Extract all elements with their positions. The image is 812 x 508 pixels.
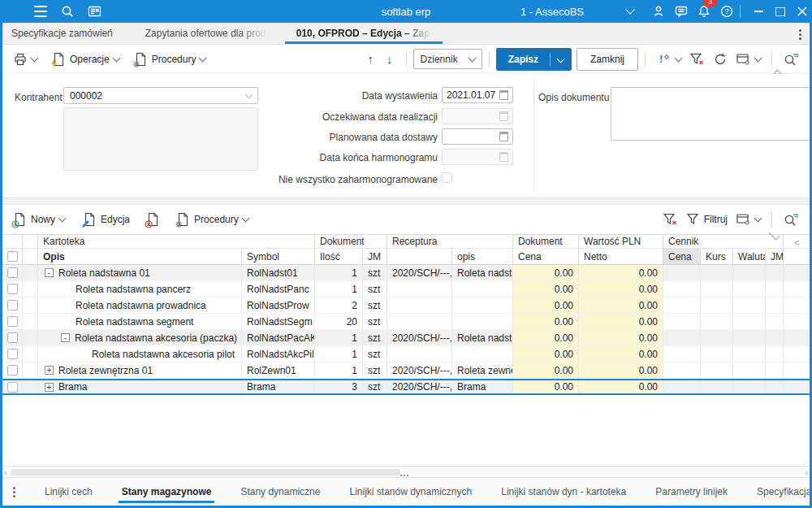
col-symbol[interactable]: Symbol [242,249,315,264]
scroll-left-arrow[interactable]: ‹ [4,467,7,477]
scroll-right-arrow[interactable]: › [805,467,808,477]
tab-linijki-stanow-dynamicznych[interactable]: Linijki stanów dynamicznych [335,478,486,506]
col-opis[interactable]: Opis [38,249,242,264]
bell-icon[interactable]: 3 [695,0,713,23]
tab-linijki-stanow-dyn-kartoteka[interactable]: Linijki stanów dyn - kartoteka [486,478,641,506]
kontrahent-combo[interactable]: 000002 [63,87,258,104]
tab-parametry-linijek[interactable]: Parametry linijek [641,478,742,506]
row-checkbox[interactable] [7,365,18,376]
clear-filter-button[interactable] [685,50,709,69]
table-row[interactable]: Roleta nadstawna akcesoria pilot RolNads… [2,346,810,363]
help-icon[interactable]: ? [718,0,736,23]
col-receptura-opis[interactable]: opis [452,249,513,264]
row-checkbox[interactable] [7,316,18,327]
context-selector[interactable]: 1 - AssecoBS [512,0,593,23]
grid-clear-filter-button[interactable] [659,210,682,229]
dziennik-select[interactable]: Dziennik [413,49,482,69]
group-receptura[interactable]: Receptura [387,235,513,249]
maximize-button[interactable] [772,0,788,23]
group-dokument-2[interactable]: Dokument [513,235,579,249]
procedury-button[interactable]: Procedury [130,50,210,69]
advanced-search-button[interactable] [779,50,803,69]
tree-collapse-toggle[interactable]: - [61,333,70,342]
table-row[interactable]: Roleta nadstawna prowadnica RolNadstProw… [2,297,810,314]
row-checkbox[interactable] [7,284,18,294]
tab-stany-magazynowe[interactable]: Stany magazynowe [107,478,227,506]
table-row[interactable]: -Roleta nadstawna akcesoria (paczka) Rol… [2,330,810,346]
table-row[interactable]: Roleta nadstawna pancerz RolNadstPanc 1 … [2,281,810,297]
table-row-selected[interactable]: +Brama Brama 3 szt 2020/SCH/---, Brama 0… [2,379,810,395]
group-kartoteka[interactable]: Kartoteka [38,235,315,249]
col-cennik-cena[interactable]: Cena [663,249,701,264]
grid-search-button[interactable] [779,210,803,229]
calendar-icon[interactable] [499,132,508,141]
tree-collapse-toggle[interactable]: - [45,268,54,277]
group-wartosc-pln[interactable]: Wartość PLN [579,235,663,249]
run-operations-button[interactable]: ! [652,50,685,69]
col-waluta[interactable]: Waluta [733,249,766,264]
delete-button[interactable] [142,210,164,229]
bottom-tabs-menu-icon[interactable] [10,485,18,498]
close-button[interactable] [794,0,810,23]
zamknij-button[interactable]: Zamknij [577,48,638,71]
chat-icon[interactable] [672,0,690,23]
col-receptura[interactable] [387,249,452,264]
tab-specyfikacje-zamowien[interactable]: Specyfikacje zamówień [0,23,124,44]
zapisz-button[interactable]: Zapisz [496,48,572,71]
journal-icon[interactable] [84,0,104,23]
user-icon[interactable] [650,0,667,23]
kontrahent-address-box [63,107,258,171]
collapse-grid-panel-button[interactable] [763,232,784,239]
grid-columns-button[interactable] [732,210,765,229]
filtruj-button[interactable]: Filtruj [682,210,732,229]
nowy-button[interactable]: Nowy [9,210,69,229]
move-down-button[interactable]: ↓ [380,52,400,66]
edycja-button[interactable]: Edycja [79,210,134,229]
move-up-button[interactable]: ↑ [361,52,381,66]
operacje-button[interactable]: Operacje [48,50,123,69]
tab-linijki-cech[interactable]: Linijki cech [30,478,107,506]
context-chevron-down-icon[interactable] [624,0,637,23]
row-checkbox[interactable] [7,382,18,393]
table-row[interactable]: Roleta nadstawna segment RolNadstSegm 20… [2,314,810,330]
col-cennik-jm[interactable]: JM [766,249,784,264]
col-ilosc[interactable]: Ilość [315,249,363,264]
col-cena[interactable]: Cena [513,249,579,264]
toolbar-divider [489,51,490,67]
tree-expand-toggle[interactable]: + [45,366,54,375]
group-dokument[interactable]: Dokument [315,235,387,249]
col-kurs[interactable]: Kurs [701,249,733,264]
new-doc-icon [13,212,27,227]
data-wystawienia-field[interactable]: 2021.01.07 [442,87,513,103]
row-checkbox[interactable] [7,349,18,359]
table-row[interactable]: -Roleta nadstawna 01 RolNadst01 1 szt 20… [2,265,810,281]
col-jm[interactable]: JM [363,249,387,264]
scrollbar-thumb[interactable] [11,469,400,475]
tab-zapytania-ofertowe[interactable]: Zapytania ofertowe dla produkcji [134,23,279,44]
procedures-doc-icon [134,52,148,67]
search-icon[interactable] [58,0,76,23]
print-button[interactable] [9,50,41,69]
tab-specyfikacja-produkcyjna[interactable]: Specyfikacja produkcyjna [742,478,810,506]
minimize-button[interactable] [750,0,767,23]
table-row[interactable]: +Roleta zewnętrzna 01 RolZewn01 1 szt 20… [2,363,810,379]
splitter[interactable] [2,198,810,205]
col-netto[interactable]: Netto [579,249,663,264]
tab-overflow-menu-icon[interactable] [794,28,806,41]
hamburger-menu-icon[interactable] [31,0,50,23]
zaharmonogramowane-checkbox[interactable] [442,172,452,183]
tab-010-ofprod-edycja[interactable]: 010, OFPROD – Edycja – Zapytania ofertow… [285,23,443,44]
row-checkbox[interactable] [7,332,18,343]
row-checkbox[interactable] [7,300,18,310]
select-all-checkbox[interactable] [7,251,18,262]
opis-dokumentu-textarea[interactable] [611,87,810,141]
tree-expand-toggle[interactable]: + [45,383,54,392]
grid-procedury-button[interactable]: Procedury [172,210,253,229]
grid-scroll-left-indicator[interactable]: < [794,237,800,249]
planowana-data-field[interactable] [442,128,513,145]
grid-settings-button[interactable] [732,50,765,69]
calendar-icon[interactable] [499,90,508,100]
refresh-button[interactable] [709,50,732,69]
tab-stany-dynamiczne[interactable]: Stany dynamiczne [226,478,335,506]
row-checkbox[interactable] [7,267,18,278]
